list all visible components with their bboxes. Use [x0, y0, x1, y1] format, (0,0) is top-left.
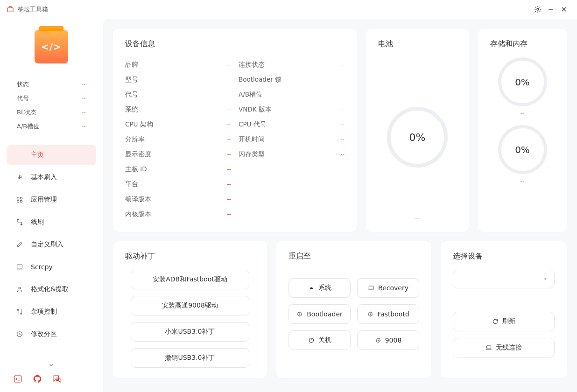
close-button[interactable]: [557, 3, 570, 16]
rom-percent: 0%: [515, 144, 530, 155]
info-row: 分辨率--: [125, 132, 231, 147]
device-select-card: 选择设备 刷新 无线连接: [441, 241, 567, 378]
driver-button[interactable]: 撤销USB3.0补丁: [131, 348, 249, 368]
nav-label: 格式化&提取: [31, 285, 69, 294]
info-label: Bootloader 锁: [239, 76, 281, 84]
status-row: 状态--: [17, 77, 86, 91]
status-value: --: [82, 122, 86, 131]
info-label: 系统: [125, 105, 138, 114]
settings-icon[interactable]: [531, 3, 544, 16]
info-value: --: [340, 121, 345, 128]
info-row: VNDK 版本--: [239, 102, 345, 117]
rom-sub: --: [521, 178, 525, 184]
nav-item-laptop[interactable]: Scrcpy: [7, 257, 96, 277]
reboot-button-fastbootd[interactable]: Fastbootd: [357, 304, 419, 324]
info-row: 主板 ID--: [125, 162, 231, 177]
sliders-icon: [15, 308, 24, 315]
info-label: CPU 代号: [239, 120, 267, 129]
nav-item-home[interactable]: 主页: [7, 145, 96, 165]
info-row: 系统--: [125, 102, 231, 117]
reboot-title: 重启至: [288, 252, 419, 261]
storage-card: 存储和内存 0% -- 0% --: [478, 29, 567, 232]
info-label: 连接状态: [239, 61, 265, 69]
ram-ring: 0%: [498, 57, 547, 106]
nav-item-person[interactable]: 格式化&提取: [7, 279, 96, 300]
nav-item-wrench[interactable]: 基本刷入: [7, 167, 96, 188]
nav-item-cable[interactable]: 线刷: [7, 212, 96, 232]
info-row: A/B槽位--: [239, 87, 345, 102]
status-value: --: [82, 94, 86, 103]
info-value: --: [227, 166, 231, 173]
driver-label: 撤销USB3.0补丁: [165, 354, 215, 362]
reboot-label: 关机: [318, 336, 331, 344]
reboot-button-recovery[interactable]: Recovery: [357, 278, 419, 298]
minimize-button[interactable]: [544, 3, 557, 16]
info-row: 型号--: [125, 72, 231, 87]
refresh-button[interactable]: 刷新: [453, 312, 555, 331]
ram-percent: 0%: [515, 77, 530, 88]
reboot-label: 9008: [385, 336, 402, 344]
sidebar: </> 状态--代号--BL状态--A/B槽位-- 主页基本刷入应用管理线刷自定…: [0, 19, 103, 392]
info-label: VNDK 版本: [239, 105, 272, 114]
target-icon: [296, 311, 303, 317]
wireless-button[interactable]: 无线连接: [453, 338, 555, 357]
driver-label: 安装ADB和Fastboot驱动: [153, 275, 227, 284]
info-label: 编译版本: [125, 195, 151, 203]
main-content: 设备信息 品牌--型号--代号--系统--CPU 架构--分辨率--显示密度--…: [103, 19, 577, 392]
info-label: A/B槽位: [239, 91, 262, 99]
info-label: 平台: [125, 180, 138, 189]
reboot-button-bootloader[interactable]: Bootloader: [288, 304, 351, 324]
reboot-card: 重启至 系统RecoveryBootloaderFastbootd关机9008: [276, 241, 431, 378]
nav-label: 基本刷入: [31, 173, 57, 182]
reboot-button-关机[interactable]: 关机: [288, 330, 351, 350]
person-icon: [15, 286, 24, 293]
nav-item-sliders[interactable]: 杂项控制: [7, 301, 96, 322]
device-select-dropdown[interactable]: [453, 270, 555, 288]
nav-item-grid[interactable]: 应用管理: [7, 189, 96, 210]
info-label: 主板 ID: [125, 165, 147, 174]
driver-label: 小米USB3.0补丁: [165, 328, 215, 336]
info-value: --: [227, 77, 231, 83]
info-value: --: [340, 151, 345, 158]
nav-expand[interactable]: [0, 350, 103, 369]
reboot-label: Recovery: [378, 284, 408, 292]
nav-item-clock[interactable]: 修改分区: [7, 324, 96, 344]
github-icon[interactable]: [33, 374, 42, 384]
laptop-icon: [15, 263, 24, 271]
drivers-card: 驱动补丁 安装ADB和Fastboot驱动安装高通9008驱动小米USB3.0补…: [113, 241, 267, 378]
info-row: 内核版本--: [125, 207, 231, 222]
info-value: --: [227, 121, 231, 128]
device-info-card: 设备信息 品牌--型号--代号--系统--CPU 架构--分辨率--显示密度--…: [113, 29, 357, 232]
nav-item-edit[interactable]: 自定义刷入: [7, 234, 96, 255]
status-label: 代号: [17, 94, 29, 103]
nav-label: 应用管理: [31, 196, 57, 204]
info-label: 闪存类型: [239, 150, 265, 159]
terminal-icon[interactable]: [13, 374, 22, 384]
info-value: --: [340, 136, 345, 143]
info-value: --: [340, 77, 345, 83]
driver-button[interactable]: 安装高通9008驱动: [131, 296, 249, 315]
info-label: 代号: [125, 91, 138, 99]
clock-icon: [15, 330, 24, 338]
battery-sub: --: [378, 214, 457, 222]
info-value: --: [340, 106, 345, 113]
driver-button[interactable]: 安装ADB和Fastboot驱动: [131, 270, 249, 289]
info-label: 内核版本: [125, 210, 151, 218]
device-info-title: 设备信息: [125, 39, 345, 49]
reboot-label: Fastbootd: [377, 310, 409, 318]
chat-icon[interactable]: [52, 374, 62, 384]
info-row: 开机时间--: [239, 132, 345, 147]
info-label: 显示密度: [125, 150, 151, 159]
info-value: --: [227, 62, 231, 68]
android-icon: [308, 285, 315, 291]
power-icon: [308, 337, 315, 343]
info-row: Bootloader 锁--: [239, 72, 345, 87]
status-label: BL状态: [17, 108, 36, 117]
driver-button[interactable]: 小米USB3.0补丁: [131, 322, 249, 342]
reboot-button-系统[interactable]: 系统: [288, 278, 351, 298]
storage-title: 存储和内存: [490, 39, 555, 49]
info-row: 代号--: [125, 87, 231, 102]
info-value: --: [227, 196, 231, 203]
target-icon: [367, 311, 373, 317]
reboot-button-9008[interactable]: 9008: [357, 330, 419, 350]
